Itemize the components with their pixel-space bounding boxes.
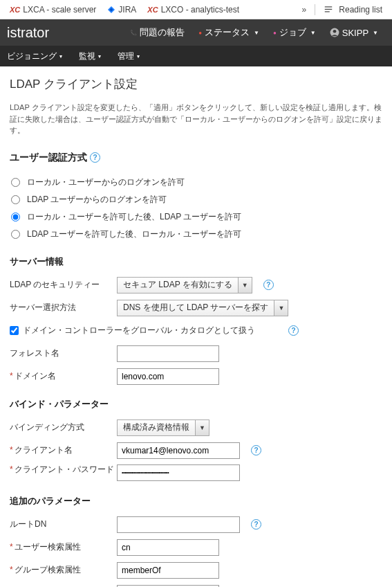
app-title: istrator	[7, 25, 49, 41]
select-value: DNS を使用して LDAP サーバーを探す	[118, 300, 274, 316]
xc-icon: XC	[147, 6, 158, 14]
browser-tab-bar: XC LXCA - scale server JIRA XC LXCO - an…	[0, 0, 392, 19]
radio-label: ローカル・ユーザーを許可した後、LDAP ユーザーを許可	[27, 211, 241, 223]
select-value: セキュア LDAP を有効にする	[118, 278, 238, 293]
radio-label: LDAP ユーザーを許可した後、ローカル・ユーザーを許可	[27, 228, 241, 240]
page-description: LDAP クライアント設定を変更したら、「適用」ボタンをクリックして、新しい設定…	[10, 102, 382, 136]
label-client-name: *クライアント名	[10, 445, 117, 456]
checkbox-label: ドメイン・コントローラーをグローバル・カタログとして扱う	[23, 325, 255, 336]
chevron-down-icon[interactable]: ▼	[274, 300, 288, 316]
page-title: LDAP クライアント設定	[10, 76, 382, 92]
chevron-down-icon: ▾	[98, 53, 101, 60]
label-ldap-security: LDAP のセキュリティー	[10, 280, 117, 291]
header-report-problem[interactable]: 📞 問題の報告	[130, 26, 185, 39]
reading-list-icon	[324, 5, 333, 15]
browser-tab-jira[interactable]: JIRA	[102, 5, 142, 15]
select-bind-method[interactable]: 構成済み資格情報 ▼	[117, 419, 209, 436]
checkbox-global-catalog[interactable]	[10, 326, 19, 335]
label-client-password: *クライアント・パスワード	[10, 464, 117, 476]
user-icon	[330, 28, 339, 37]
help-icon[interactable]: ?	[263, 280, 274, 290]
nav-administration[interactable]: 管理 ▾	[118, 51, 140, 62]
tab-label: LXCA - scale server	[23, 5, 96, 15]
chevron-down-icon[interactable]: ▼	[195, 420, 209, 435]
radio-input[interactable]	[11, 213, 20, 222]
header-status[interactable]: ● ステータス ▼	[198, 26, 259, 39]
input-group-search-attr[interactable]	[117, 562, 219, 579]
svg-point-4	[333, 30, 336, 33]
input-forest-name[interactable]	[117, 345, 219, 362]
nav-provisioning[interactable]: ビジョニング ▾	[7, 51, 62, 62]
select-ldap-security[interactable]: セキュア LDAP を有効にする ▼	[117, 277, 252, 294]
reading-list-button[interactable]: Reading list	[318, 5, 388, 15]
chevron-down-icon: ▼	[254, 30, 259, 36]
user-name: SKIPP	[342, 28, 368, 38]
input-client-password[interactable]	[117, 464, 240, 481]
help-icon[interactable]: ?	[251, 445, 261, 455]
section-server-info: サーバー情報	[10, 255, 382, 268]
nav-label: 管理	[118, 51, 134, 62]
input-user-search-attr[interactable]	[117, 539, 219, 556]
xc-icon: XC	[10, 6, 20, 14]
header-jobs[interactable]: ● ジョブ ▼	[273, 26, 316, 39]
svg-rect-2	[325, 11, 330, 12]
chevron-down-icon: ▼	[310, 30, 316, 36]
input-root-dn[interactable]	[117, 516, 240, 533]
help-icon[interactable]: ?	[288, 325, 299, 336]
label-forest-name: フォレスト名	[10, 348, 117, 359]
auth-radio-group: ローカル・ユーザーからのログオンを許可 LDAP ユーザーからのログオンを許可 …	[10, 174, 382, 243]
tab-label: LXCO - analytics-test	[161, 5, 239, 15]
more-tabs-icon[interactable]: »	[297, 5, 312, 15]
label-bind-method: バインディング方式	[10, 422, 117, 433]
label-user-search-attr: *ユーザー検索属性	[10, 542, 117, 553]
header-label: ジョブ	[279, 26, 306, 39]
nav-label: ビジョニング	[7, 51, 57, 62]
section-auth-method: ユーザー認証方式 ?	[10, 152, 382, 164]
reading-list-label: Reading list	[339, 5, 382, 15]
radio-label: ローカル・ユーザーからのログオンを許可	[27, 177, 185, 188]
svg-rect-0	[325, 6, 333, 7]
header-label: ステータス	[205, 26, 250, 39]
label-root-dn: ルートDN	[10, 519, 117, 530]
input-domain-name[interactable]	[117, 368, 219, 385]
label-domain-name: *ドメイン名	[10, 371, 117, 382]
chevron-down-icon: ▾	[59, 53, 62, 60]
select-value: 構成済み資格情報	[118, 420, 195, 435]
help-icon[interactable]: ?	[251, 519, 261, 530]
header-user-menu[interactable]: SKIPP ▼	[330, 28, 378, 38]
chevron-down-icon[interactable]: ▼	[238, 278, 252, 293]
radio-input[interactable]	[11, 178, 20, 187]
radio-local-then-ldap[interactable]: ローカル・ユーザーを許可した後、LDAP ユーザーを許可	[10, 208, 382, 226]
section-bind-params: バインド・パラメーター	[10, 398, 382, 410]
svg-rect-1	[325, 8, 333, 9]
chevron-down-icon: ▾	[137, 53, 140, 60]
nav-bar: ビジョニング ▾ 監視 ▾ 管理 ▾	[0, 46, 392, 66]
tab-label: JIRA	[118, 5, 136, 15]
label-group-search-attr: *グループ検索属性	[10, 565, 117, 576]
help-icon[interactable]: ?	[90, 152, 100, 163]
radio-ldap-then-local[interactable]: LDAP ユーザーを許可した後、ローカル・ユーザーを許可	[10, 226, 382, 243]
label-server-method: サーバー選択方法	[10, 302, 117, 314]
divider	[315, 4, 315, 15]
input-group-name-attr[interactable]	[117, 585, 219, 588]
app-header: istrator 📞 問題の報告 ● ステータス ▼ ● ジョブ ▼ SKIPP…	[0, 19, 392, 46]
browser-tab-lxca[interactable]: XC LXCA - scale server	[4, 5, 102, 15]
select-server-method[interactable]: DNS を使用して LDAP サーバーを探す ▼	[117, 300, 288, 316]
browser-tab-lxco[interactable]: XC LXCO - analytics-test	[142, 5, 245, 15]
radio-label: LDAP ユーザーからのログオンを許可	[27, 194, 167, 206]
section-label: ユーザー認証方式	[10, 152, 87, 164]
nav-label: 監視	[79, 51, 95, 62]
nav-monitoring[interactable]: 監視 ▾	[79, 51, 101, 62]
main-content: LDAP クライアント設定 LDAP クライアント設定を変更したら、「適用」ボタ…	[0, 66, 392, 587]
radio-input[interactable]	[11, 195, 20, 204]
radio-input[interactable]	[11, 230, 20, 239]
jobs-dot-icon: ●	[273, 30, 277, 36]
radio-local-users[interactable]: ローカル・ユーザーからのログオンを許可	[10, 174, 382, 191]
section-additional-params: 追加のパラメーター	[10, 495, 382, 507]
phone-icon: 📞	[130, 30, 137, 36]
input-client-name[interactable]	[117, 442, 240, 459]
header-label: 問題の報告	[140, 26, 185, 39]
radio-ldap-users[interactable]: LDAP ユーザーからのログオンを許可	[10, 191, 382, 208]
status-dot-icon: ●	[198, 30, 202, 36]
chevron-down-icon: ▼	[373, 30, 378, 36]
